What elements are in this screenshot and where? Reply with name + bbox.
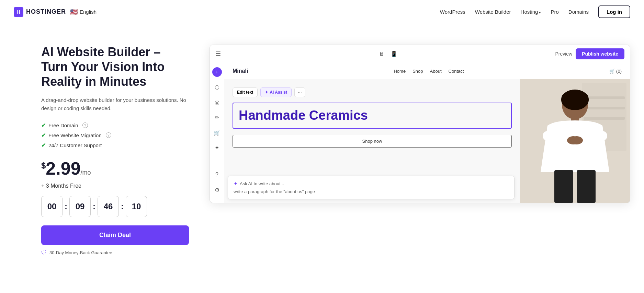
svg-rect-3 [584,107,625,109]
help-icon-2[interactable]: ? [106,132,111,138]
site-nav-shop[interactable]: Shop [413,69,423,74]
months-free: + 3 Months Free [41,183,189,189]
countdown-seconds: 46 [98,196,119,217]
builder-body: + ⬡ ◎ ✏ 🛒 ✦ ? ⚙ Minali [210,63,630,203]
ai-assist-button[interactable]: ✦ AI Assist [260,87,292,97]
add-element-icon[interactable]: + [212,67,222,77]
settings-sidebar-icon[interactable]: ⚙ [212,185,222,195]
main-nav: H HOSTINGER 🇺🇸 English WordPress Website… [0,0,644,24]
hamburger-icon[interactable]: ☰ [215,50,221,58]
site-hero-heading: Handmade Ceramics [239,108,506,123]
feature-support: ✔ 24/7 Customer Support [41,142,189,149]
guarantee-label: 30-Day Money-Back Guarantee [49,250,112,255]
language-label: English [80,9,97,15]
site-hero-content: Edit text ✦ AI Assist ··· Handmade Ceram… [224,79,520,203]
help-sidebar-icon[interactable]: ? [212,170,222,179]
ai-overlay: ✦ Ask AI to write about... write a parag… [228,176,515,199]
edit-toolbar: Edit text ✦ AI Assist ··· [233,87,512,97]
shield-icon: 🛡 [41,250,47,256]
builder-wrapper: ☰ 🖥 📱 Preview Publish website + ⬡ ◎ [210,45,630,203]
ai-prompt-title: ✦ Ask AI to write about... [234,181,509,186]
edit-text-button[interactable]: Edit text [233,87,258,97]
site-nav-home[interactable]: Home [394,69,406,74]
cart-icon[interactable]: 🛒 (0) [609,69,622,74]
claim-deal-button[interactable]: Claim Deal [41,225,189,245]
ai-prompt-text[interactable]: write a paragraph for the "about us" pag… [234,189,509,194]
nav-right: WordPress Website Builder Hosting Pro Do… [440,5,630,18]
more-options-button[interactable]: ··· [294,87,305,97]
login-button[interactable]: Log in [598,5,630,18]
transform-icon[interactable]: ✦ [212,143,222,152]
publish-button[interactable]: Publish website [576,48,624,59]
feature-domain: ✔ Free Domain ? [41,122,189,129]
cart-count: (0) [616,69,622,74]
feature-label-3: 24/7 Customer Support [48,142,102,148]
check-icon-2: ✔ [41,132,46,139]
price-display: $2.99/mo [41,159,91,178]
help-icon-1[interactable]: ? [82,122,88,128]
toolbar-right: Preview Publish website [555,48,624,59]
nav-left: H HOSTINGER 🇺🇸 English [14,7,97,17]
hero-title: AI Website Builder – Turn Your Vision In… [41,45,189,89]
svg-rect-10 [577,170,596,203]
site-nav-links: Home Shop About Contact [394,69,464,74]
brand-name: HOSTINGER [26,8,66,15]
logo-icon: H [14,7,23,17]
site-hero-area: Edit text ✦ AI Assist ··· Handmade Ceram… [224,79,630,203]
builder-canvas: Minali Home Shop About Contact 🛒 (0) [224,63,630,203]
countdown-sep-2: : [93,202,95,211]
countdown-minutes: 09 [69,196,91,217]
edit-icon[interactable]: ✏ [212,113,222,122]
language-selector[interactable]: 🇺🇸 English [70,8,97,16]
site-logo: Minali [233,68,248,74]
nav-wordpress[interactable]: WordPress [440,9,465,15]
countdown-hours: 00 [41,196,63,217]
flag-icon: 🇺🇸 [70,8,78,16]
design-icon[interactable]: ◎ [212,97,222,107]
svg-point-8 [570,136,583,144]
ai-sparkle-icon: ✦ [265,90,268,95]
nav-pro[interactable]: Pro [551,9,558,15]
check-icon-3: ✔ [41,142,46,149]
price-currency: $ [41,161,46,170]
desktop-view-button[interactable]: 🖥 [377,50,386,58]
site-preview-nav: Minali Home Shop About Contact 🛒 (0) [224,63,630,79]
layers-icon[interactable]: ⬡ [212,82,222,92]
price-value: 2.99 [46,159,80,178]
svg-rect-4 [584,117,625,120]
preview-button[interactable]: Preview [555,51,572,57]
hero-section: AI Website Builder – Turn Your Vision In… [41,45,189,256]
builder-preview: ☰ 🖥 📱 Preview Publish website + ⬡ ◎ [210,45,630,203]
nav-hosting[interactable]: Hosting [521,9,541,15]
ai-prompt-label: Ask AI to write about... [240,181,284,186]
countdown-timer: 00 : 09 : 46 : 10 [41,196,189,217]
feature-label-2: Free Website Migration [48,132,102,138]
site-nav-about[interactable]: About [430,69,442,74]
feature-label-1: Free Domain [48,122,78,128]
nav-domains[interactable]: Domains [568,9,589,15]
guarantee-text: 🛡 30-Day Money-Back Guarantee [41,250,189,256]
mobile-view-button[interactable]: 📱 [389,50,399,58]
toolbar-left: ☰ [215,50,221,58]
site-nav-contact[interactable]: Contact [449,69,464,74]
countdown-frames: 10 [126,196,147,217]
ai-sparkle-icon-2: ✦ [234,181,238,186]
nav-website-builder[interactable]: Website Builder [475,9,511,15]
person-svg [520,79,630,203]
shop-now-button[interactable]: Shop now [233,135,512,148]
hero-subtitle: A drag-and-drop website builder for your… [41,96,189,113]
logo[interactable]: H HOSTINGER [14,7,66,17]
price-block: $2.99/mo [41,158,189,179]
shop-icon[interactable]: 🛒 [212,128,222,137]
check-icon-1: ✔ [41,122,46,129]
price-period: /mo [81,169,91,176]
countdown-sep-3: : [121,202,124,211]
features-list: ✔ Free Domain ? ✔ Free Website Migration… [41,122,189,149]
hero-heading-box[interactable]: Handmade Ceramics [233,103,512,129]
hero-image-area [520,79,630,203]
builder-toolbar: ☰ 🖥 📱 Preview Publish website [210,45,630,63]
main-content: AI Website Builder – Turn Your Vision In… [0,24,644,270]
builder-sidebar: + ⬡ ◎ ✏ 🛒 ✦ ? ⚙ [210,63,224,203]
svg-rect-9 [554,170,573,203]
svg-rect-2 [584,96,625,99]
